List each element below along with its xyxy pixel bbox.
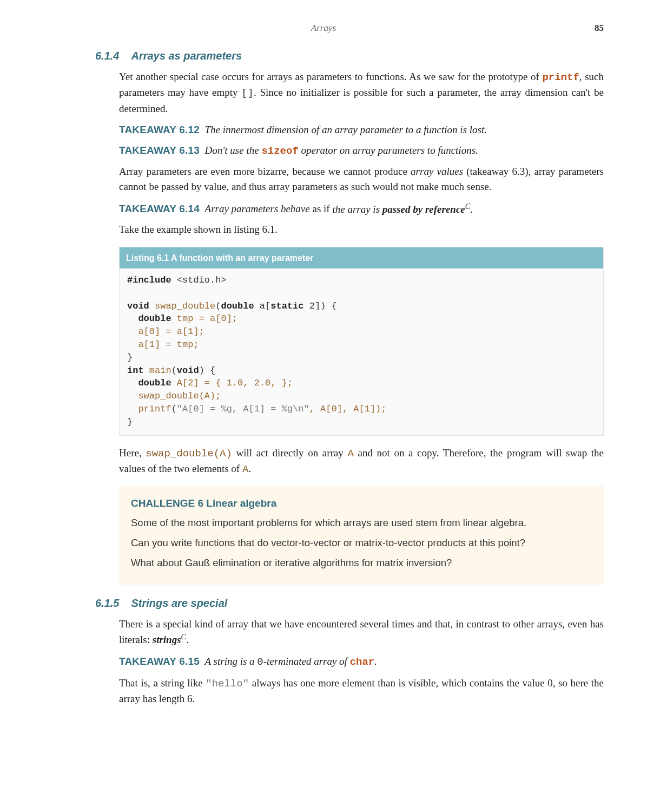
takeaway-label: TAKEAWAY 6.15: [119, 656, 200, 667]
takeaway-613: TAKEAWAY 6.13 Don't use the sizeof opera…: [119, 143, 604, 159]
code-zero: 0: [257, 656, 263, 668]
value-six: 6: [187, 693, 193, 704]
listing-title: Listing 6.1 A function with an array par…: [120, 247, 603, 269]
strong-strings: strings: [153, 634, 181, 646]
running-header: Arrays 85: [43, 22, 604, 35]
takeaway-614: TAKEAWAY 6.14 Array parameters behave as…: [119, 200, 604, 217]
code-brackets: []: [241, 87, 254, 99]
takeaway-612: TAKEAWAY 6.12 The innermost dimension of…: [119, 122, 604, 137]
section-title: Strings are special: [131, 595, 227, 611]
superscript-c: C: [181, 632, 187, 641]
strong-passed-by-reference: passed by reference: [382, 204, 465, 215]
challenge-paragraph: Can you write functions that do vector-t…: [131, 536, 592, 551]
code-A: A: [347, 448, 353, 460]
section-number: 6.1.4: [95, 48, 119, 64]
section-title: Arrays as parameters: [131, 48, 242, 64]
paragraph: Here, swap_double(A) will act directly o…: [119, 446, 604, 477]
paragraph: Take the example shown in listing 6.1.: [119, 222, 604, 237]
paragraph: That is, a string like "hello" always ha…: [119, 676, 604, 706]
code-sizeof: sizeof: [261, 145, 298, 157]
takeaway-text: The innermost dimension of an array para…: [205, 124, 487, 135]
section-number: 6.1.5: [95, 595, 119, 611]
code-swap-double: swap_double(A): [146, 448, 232, 460]
challenge-title: CHALLENGE 6 Linear algebra: [131, 496, 592, 511]
section-heading-615: 6.1.5 Strings are special: [95, 595, 604, 611]
listing-body: #include <stdio.h> void swap_double(doub…: [120, 269, 603, 435]
challenge-box: CHALLENGE 6 Linear algebra Some of the m…: [119, 486, 604, 585]
challenge-paragraph: Some of the most important problems for …: [131, 516, 592, 531]
paragraph: Yet another special case occurs for arra…: [119, 69, 604, 116]
code-hello: "hello": [206, 678, 249, 690]
code-printf: printf: [542, 71, 579, 83]
code-A: A: [242, 463, 248, 475]
body-column: There is a special kind of array that we…: [119, 617, 604, 706]
challenge-paragraph: What about Gauß elimination or iterative…: [131, 556, 592, 571]
page-number: 85: [595, 22, 604, 35]
takeaway-615: TAKEAWAY 6.15 A string is a 0-terminated…: [119, 654, 604, 670]
code-listing-61: Listing 6.1 A function with an array par…: [119, 247, 604, 436]
code-char: char: [350, 656, 375, 668]
takeaway-label: TAKEAWAY 6.12: [119, 124, 200, 135]
paragraph: Array parameters are even more bizarre, …: [119, 164, 604, 194]
page: Arrays 85 6.1.4 Arrays as parameters Yet…: [0, 0, 647, 745]
paragraph: There is a special kind of array that we…: [119, 617, 604, 647]
takeaway-label: TAKEAWAY 6.14: [119, 204, 200, 215]
body-column: Yet another special case occurs for arra…: [119, 69, 604, 585]
takeaway-label: TAKEAWAY 6.13: [119, 145, 200, 156]
value-zero: 0: [547, 677, 553, 689]
header-title: Arrays: [311, 22, 336, 35]
emphasis-array-values: array values: [411, 166, 463, 177]
section-heading-614: 6.1.4 Arrays as parameters: [95, 48, 604, 64]
superscript-c: C: [465, 201, 471, 210]
